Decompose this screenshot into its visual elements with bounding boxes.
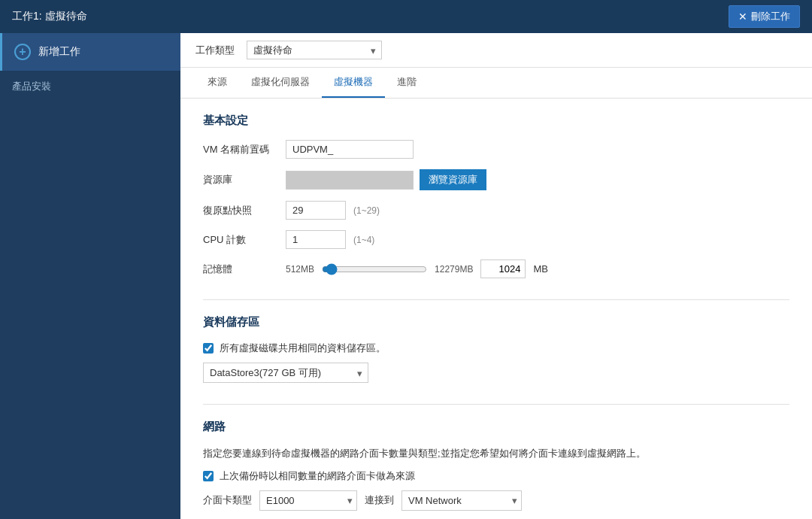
network-description: 指定您要連線到待命虛擬機器的網路介面卡數量與類型;並指定您希望如何將介面卡連線到…: [203, 446, 789, 462]
data-storage-title: 資料儲存區: [203, 315, 789, 329]
vm-name-prefix-input[interactable]: [286, 140, 414, 159]
snapshot-hint: (1~29): [353, 205, 380, 216]
job-type-select-wrapper: 虛擬待命 備份 還原: [247, 41, 382, 59]
datastore-select[interactable]: DataStore3(727 GB 可用): [203, 363, 368, 383]
memory-unit: MB: [533, 263, 548, 275]
same-nic-checkbox[interactable]: [203, 471, 214, 481]
vm-network-select-wrapper: VM Network: [401, 490, 522, 511]
nic-type-label: 介面卡類型: [203, 493, 252, 507]
shared-datastore-label: 所有虛擬磁碟共用相同的資料儲存區。: [220, 341, 386, 355]
section-divider-2: [203, 404, 789, 405]
add-icon: +: [14, 44, 31, 60]
sidebar: + 新增工作 產品安裝: [0, 33, 180, 519]
shared-datastore-checkbox[interactable]: [203, 343, 214, 354]
cpu-input[interactable]: [286, 230, 346, 249]
delete-icon: ✕: [738, 11, 747, 23]
browse-button[interactable]: 瀏覽資源庫: [420, 169, 486, 190]
memory-min-label: 512MB: [286, 264, 314, 275]
cpu-hint: (1~4): [353, 235, 374, 245]
memory-row: 記憶體 512MB 12279MB MB: [203, 260, 789, 278]
job-type-row: 工作類型 虛擬待命 備份 還原: [180, 33, 812, 68]
content-area: 工作類型 虛擬待命 備份 還原 來源 虛擬化伺服器 虛擬機器 進階: [180, 33, 812, 519]
datastore-select-wrapper: DataStore3(727 GB 可用): [203, 363, 368, 383]
sidebar-add-job-label: 新增工作: [38, 45, 80, 59]
network-title: 網路: [203, 420, 789, 434]
sidebar-product-label: 產品安裝: [12, 80, 51, 93]
snapshot-row: 復原點快照 (1~29): [203, 201, 789, 220]
main-layout: + 新增工作 產品安裝 工作類型 虛擬待命 備份 還原 來源: [0, 33, 812, 519]
resource-lib-label: 資源庫: [203, 173, 286, 187]
tab-source[interactable]: 來源: [195, 68, 239, 98]
memory-slider-row: 512MB 12279MB MB: [286, 260, 548, 278]
snapshot-label: 復原點快照: [203, 204, 286, 217]
tab-virtual-machine[interactable]: 虛擬機器: [322, 68, 385, 98]
top-bar-actions: ✕ 刪除工作: [729, 5, 800, 28]
resource-lib-input[interactable]: [286, 171, 414, 190]
resource-lib-controls: 瀏覽資源庫: [286, 169, 486, 190]
sidebar-item-add-job[interactable]: + 新增工作: [0, 33, 180, 71]
memory-input[interactable]: [480, 260, 526, 278]
memory-slider[interactable]: [322, 263, 427, 275]
section-divider-1: [203, 299, 789, 300]
job-type-select[interactable]: 虛擬待命 備份 還原: [247, 41, 382, 59]
top-bar-title: 工作1: 虛擬待命: [12, 10, 87, 23]
shared-datastore-checkbox-row: 所有虛擬磁碟共用相同的資料儲存區。: [203, 341, 789, 355]
form-content: 基本設定 VM 名稱前置碼 資源庫 瀏覽資源庫 復原點快照: [180, 99, 812, 519]
basic-settings-title: 基本設定: [203, 114, 789, 128]
cpu-label: CPU 計數: [203, 233, 286, 247]
same-nic-label: 上次備份時以相同數量的網路介面卡做為來源: [220, 469, 415, 483]
basic-settings-section: 基本設定 VM 名稱前置碼 資源庫 瀏覽資源庫 復原點快照: [203, 114, 789, 278]
tab-advanced[interactable]: 進階: [385, 68, 429, 98]
memory-max-label: 12279MB: [435, 264, 473, 275]
same-nic-checkbox-row: 上次備份時以相同數量的網路介面卡做為來源: [203, 469, 789, 483]
tab-virtualization-server[interactable]: 虛擬化伺服器: [239, 68, 322, 98]
data-storage-section: 資料儲存區 所有虛擬磁碟共用相同的資料儲存區。 DataStore3(727 G…: [203, 315, 789, 383]
network-section: 網路 指定您要連線到待命虛擬機器的網路介面卡數量與類型;並指定您希望如何將介面卡…: [203, 420, 789, 519]
sidebar-item-product-install[interactable]: 產品安裝: [0, 71, 180, 102]
memory-label: 記憶體: [203, 263, 286, 276]
vm-network-select[interactable]: VM Network: [401, 490, 522, 511]
nic-type-select-wrapper: E1000 VMXNET3: [259, 490, 357, 511]
vm-name-prefix-label: VM 名稱前置碼: [203, 143, 286, 156]
connect-to-label: 連接到: [365, 493, 394, 507]
cpu-row: CPU 計數 (1~4): [203, 230, 789, 249]
top-bar: 工作1: 虛擬待命 ✕ 刪除工作: [0, 0, 812, 33]
job-type-label: 工作類型: [195, 44, 235, 57]
delete-job-button[interactable]: ✕ 刪除工作: [729, 5, 800, 28]
tab-bar: 來源 虛擬化伺服器 虛擬機器 進階: [180, 68, 812, 99]
vm-name-prefix-row: VM 名稱前置碼: [203, 140, 789, 159]
nic-config-row: 介面卡類型 E1000 VMXNET3 連接到 VM Network: [203, 490, 789, 511]
nic-type-select[interactable]: E1000 VMXNET3: [259, 490, 357, 511]
snapshot-input[interactable]: [286, 201, 346, 220]
resource-lib-row: 資源庫 瀏覽資源庫: [203, 169, 789, 190]
